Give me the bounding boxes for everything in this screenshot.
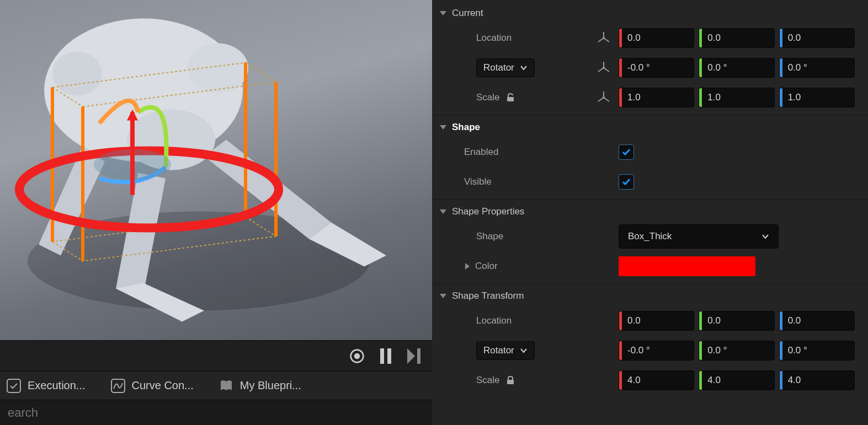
row-current-scale: Scale 1.0 1.0 1.0 [432,83,868,112]
expand-icon [440,294,446,298]
row-shape-color: Color [432,251,868,281]
prop-label: Scale [476,375,500,386]
location-y-field[interactable]: 0.0 [699,28,774,48]
lock-icon[interactable] [505,375,515,385]
pause-button[interactable] [378,348,393,364]
row-st-rotator: Rotator -0.0 ° 0.0 ° 0.0 ° [432,336,868,365]
prop-label: Shape [476,231,503,242]
visible-checkbox[interactable] [619,174,634,190]
chevron-down-icon [520,64,528,72]
st-scale-z-field[interactable]: 4.0 [779,370,855,390]
svg-marker-17 [407,348,415,364]
axis-icon[interactable] [597,90,611,105]
prop-label: Enabled [464,147,498,158]
row-shape-enabled: Enabled [432,137,868,167]
tab-label: Execution... [28,379,86,392]
svg-rect-18 [417,348,420,364]
tab-execution[interactable]: Execution... [4,375,88,396]
viewport-scene-icon [0,0,432,340]
svg-point-3 [188,44,248,93]
scale-x-field[interactable]: 1.0 [619,88,694,107]
svg-point-2 [52,52,102,96]
tab-label: My Bluepri... [240,379,301,392]
svg-rect-16 [387,348,391,364]
row-st-scale: Scale 4.0 4.0 4.0 [432,365,868,395]
check-icon [621,147,631,157]
scale-z-field[interactable]: 1.0 [779,88,855,107]
svg-point-24 [603,96,605,99]
svg-point-14 [354,353,360,359]
section-title: Shape [452,122,480,133]
rotator-dropdown[interactable]: Rotator [476,58,535,77]
shape-dropdown[interactable]: Box_Thick [619,224,779,249]
prop-label: Scale [476,92,500,103]
axis-icon[interactable] [597,31,611,45]
st-scale-y-field[interactable]: 4.0 [699,370,774,390]
viewport-3d[interactable] [0,0,432,340]
tab-curve[interactable]: Curve Con... [109,375,196,396]
st-rotator-x-field[interactable]: -0.0 ° [619,341,694,361]
rotator-x-field[interactable]: -0.0 ° [619,58,694,78]
tab-label: Curve Con... [132,379,194,392]
st-rotator-z-field[interactable]: 0.0 ° [779,341,855,361]
expand-icon [440,209,446,214]
location-x-field[interactable]: 0.0 [619,28,694,48]
scale-y-field[interactable]: 1.0 [699,88,774,107]
chevron-down-icon [520,347,528,354]
prop-label: Location [476,315,512,326]
expand-icon [440,125,446,130]
section-title: Shape Transform [452,290,524,302]
st-scale-x-field[interactable]: 4.0 [619,370,694,390]
prop-label: Visible [464,176,492,187]
st-location-x-field[interactable]: 0.0 [619,311,694,331]
section-title: Shape Properties [452,206,524,217]
blueprint-icon [219,379,233,393]
tabs-bar: Execution... Curve Con... My Bluepri... [0,371,432,400]
section-shape-transform-header[interactable]: Shape Transform [432,286,868,306]
prop-label: Color [475,261,498,272]
rotator-z-field[interactable]: 0.0 ° [779,58,855,78]
svg-point-21 [603,37,605,39]
section-current-header[interactable]: Current [432,3,868,23]
expand-icon [440,11,446,15]
execution-icon [7,379,21,393]
row-current-rotator: Rotator -0.0 ° 0.0 ° 0.0 ° [432,53,868,83]
svg-rect-25 [507,380,514,384]
st-location-y-field[interactable]: 0.0 [699,311,774,331]
section-shape-props-header[interactable]: Shape Properties [432,202,868,222]
location-z-field[interactable]: 0.0 [779,28,855,48]
color-swatch[interactable] [619,256,755,276]
details-panel: Current Location 0.0 0.0 0.0 Rotator -0.… [432,0,868,425]
st-rotator-y-field[interactable]: 0.0 ° [699,341,774,361]
row-shape-visible: Visible [432,167,868,197]
rotator-y-field[interactable]: 0.0 ° [699,58,774,78]
st-location-z-field[interactable]: 0.0 [779,311,855,331]
row-st-location: Location 0.0 0.0 0.0 [432,306,868,336]
row-current-location: Location 0.0 0.0 0.0 [432,23,868,53]
svg-rect-23 [507,97,514,101]
svg-rect-11 [130,112,135,195]
chevron-down-icon [762,233,769,240]
svg-rect-19 [7,379,20,392]
check-icon [621,177,631,187]
record-button[interactable] [349,348,365,364]
search-bar [0,400,432,425]
unlock-icon[interactable] [505,93,515,103]
svg-rect-15 [380,348,384,364]
curve-icon [111,379,125,393]
step-button[interactable] [407,348,422,364]
search-input[interactable] [0,400,432,425]
left-panel: Execution... Curve Con... My Bluepri... [0,0,432,425]
expand-icon[interactable] [465,263,470,270]
row-shape-type: Shape Box_Thick [432,222,868,251]
prop-label: Location [476,33,512,44]
rotator-dropdown[interactable]: Rotator [476,341,535,360]
enabled-checkbox[interactable] [619,144,634,160]
axis-icon[interactable] [597,61,611,75]
playback-bar [0,340,432,371]
section-title: Current [452,8,483,19]
svg-point-22 [603,67,605,69]
section-shape-header[interactable]: Shape [432,117,868,137]
tab-blueprint[interactable]: My Bluepri... [217,375,303,396]
